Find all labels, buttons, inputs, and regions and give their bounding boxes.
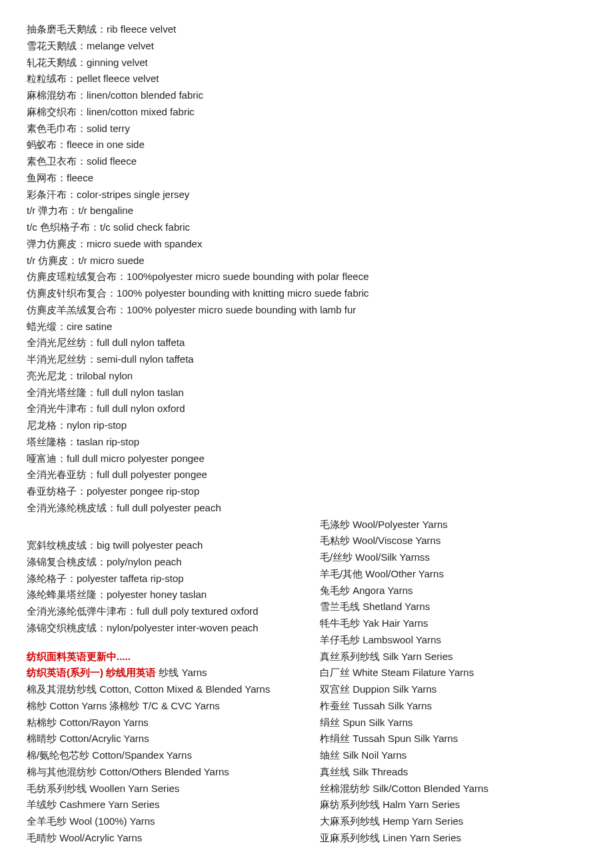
fabric-term-line: 全消光涤纶低弹牛津布：full dull poly textured oxfor… (27, 603, 293, 620)
left-tail-list: 宽斜纹桃皮绒：big twill polyester peach涤锦复合桃皮绒：… (27, 537, 293, 637)
yarn-term-line: 羊仔毛纱 Lambswool Yarns (320, 632, 586, 649)
yarn-term-line: 棉晴纱 Cotton/Acrylic Yarns (27, 731, 293, 747)
fabric-term-line: 全消光牛津布：full dull nylon oxford (27, 401, 586, 417)
yarn-term-line: 绢丝 Spun Silk Yarns (320, 715, 586, 731)
yarn-term-line: 羊绒纱 Cashmere Yarn Series (27, 797, 293, 813)
fabric-term-line: 仿麂皮针织布复合：100% polyester bounding with kn… (27, 285, 586, 302)
yarn-term-line: 毛/丝纱 Wool/Silk Yarnss (320, 549, 586, 566)
yarn-term-line: 毛晴纱 Wool/Acrylic Yarns (27, 830, 293, 847)
fabric-term-line: 涤纶蜂巢塔丝隆：polyester honey taslan (27, 587, 293, 603)
yarn-term-line: 双宫丝 Duppion Silk Yarns (320, 681, 586, 698)
right-column: 毛涤纱 Wool/Polyester Yarns毛粘纱 Wool/Viscose… (320, 517, 586, 847)
fabric-term-line: 哑富迪：full dull micro polyester pongee (27, 451, 586, 467)
fabric-term-line: 塔丝隆格：taslan rip-stop (27, 434, 586, 451)
yarn-term-line: 麻纺系列纱线 Halm Yarn Series (320, 797, 586, 813)
fabric-term-line: 彩条汗布：color-stripes single jersey (27, 187, 586, 203)
yarn-term-line: 丝棉混纺纱 Silk/Cotton Blended Yarns (320, 781, 586, 797)
series-heading: 纺织英语(系列一) 纱线用英语 纱线 Yarns (27, 665, 293, 681)
yarn-term-line: 棉/氨纶包芯纱 Cotton/Spandex Yarns (27, 747, 293, 764)
yarn-term-line: 大麻系列纱线 Hemp Yarn Series (320, 813, 586, 830)
two-column-section: 宽斜纹桃皮绒：big twill polyester peach涤锦复合桃皮绒：… (27, 517, 586, 847)
series-heading-red: 纺织英语(系列一) 纱线用英语 (27, 667, 156, 678)
fabric-term-line: 涤纶格子：polyester taffeta rip-stop (27, 571, 293, 587)
fabric-term-line: 亮光尼龙：trilobal nylon (27, 368, 586, 385)
yarn-term-line: 雪兰毛线 Shetland Yarns (320, 599, 586, 615)
fabric-term-line: 素色毛巾布：solid terry (27, 121, 586, 137)
yarn-term-line: 牦牛毛纱 Yak Hair Yarns (320, 615, 586, 632)
fabric-term-line: 涤锦复合桃皮绒：poly/nylon peach (27, 554, 293, 571)
fabric-term-line: t/r 仿麂皮：t/r micro suede (27, 253, 586, 269)
series-heading-black: 纱线 Yarns (156, 667, 207, 678)
yarn-term-line: 棉及其混纺纱线 Cotton, Cotton Mixed & Blended Y… (27, 681, 293, 698)
fabric-term-line: 粒粒绒布：pellet fleece velvet (27, 71, 586, 87)
yarn-term-line: 䌷丝 Silk Noil Yarns (320, 747, 586, 764)
fabric-term-line: 涤锦交织桃皮绒：nylon/polyester inter-woven peac… (27, 620, 293, 637)
fabric-term-line: 素色卫衣布：solid fleece (27, 153, 586, 170)
fabric-term-line: 蚂蚁布：fleece in one side (27, 137, 586, 153)
yarn-term-line: 棉纱 Cotton Yarns 涤棉纱 T/C & CVC Yarns (27, 698, 293, 715)
fabric-term-line: 鱼网布：fleece (27, 170, 586, 187)
left-column: 宽斜纹桃皮绒：big twill polyester peach涤锦复合桃皮绒：… (27, 537, 293, 847)
fabric-term-line: 全消光尼丝纺：full dull nylon taffeta (27, 335, 586, 351)
yarn-term-line: 柞绢丝 Tussah Spun Silk Yarns (320, 731, 586, 747)
yarn-term-line: 粘棉纱 Cotton/Rayon Yarns (27, 715, 293, 731)
fabric-term-line: 春亚纺格子：polyester pongee rip-stop (27, 483, 586, 500)
fabric-term-line: 雪花天鹅绒：melange velvet (27, 38, 586, 55)
fabric-term-line: 尼龙格：nylon rip-stop (27, 417, 586, 434)
yarn-term-line: 柞蚕丝 Tussah Silk Yarns (320, 698, 586, 715)
update-heading: 纺织面料英语更新中..... (27, 649, 293, 665)
fabric-term-line: 全消光塔丝隆：full dull nylon taslan (27, 385, 586, 401)
fabric-term-line: 仿麂皮瑶粒绒复合布：100%polyester micro suede boun… (27, 269, 586, 285)
yarn-term-line: 棉与其他混纺纱 Cotton/Others Blended Yarns (27, 764, 293, 781)
yarn-term-line: 毛涤纱 Wool/Polyester Yarns (320, 517, 586, 533)
yarn-term-line: 真丝线 Silk Threads (320, 764, 586, 781)
fabric-term-line: 半消光尼丝纺：semi-dull nylon taffeta (27, 351, 586, 368)
fabric-term-line: 宽斜纹桃皮绒：big twill polyester peach (27, 537, 293, 554)
fabric-term-line: 全消光涤纶桃皮绒：full dull polyester peach (27, 500, 586, 517)
right-column-list: 毛涤纱 Wool/Polyester Yarns毛粘纱 Wool/Viscose… (320, 517, 586, 847)
yarn-term-line: 毛纺系列纱线 Woollen Yarn Series (27, 781, 293, 797)
fabric-term-line: 仿麂皮羊羔绒复合布：100% polyester micro suede bou… (27, 302, 586, 319)
left-bottom-list: 棉及其混纺纱线 Cotton, Cotton Mixed & Blended Y… (27, 681, 293, 847)
yarn-term-line: 羊毛/其他 Wool/Other Yarns (320, 566, 586, 583)
fabric-term-line: 麻棉混纺布：linen/cotton blended fabric (27, 87, 586, 104)
yarn-term-line: 亚麻系列纱线 Linen Yarn Series (320, 830, 586, 847)
yarn-term-line: 兔毛纱 Angora Yarns (320, 583, 586, 599)
fabric-term-line: 轧花天鹅绒：ginning velvet (27, 55, 586, 71)
fabric-term-line: t/c 色织格子布：t/c solid check fabric (27, 219, 586, 236)
yarn-term-line: 真丝系列纱线 Silk Yarn Series (320, 649, 586, 665)
fabric-terms-list: 抽条磨毛天鹅绒：rib fleece velvet雪花天鹅绒：melange v… (27, 21, 586, 517)
fabric-term-line: 麻棉交织布：linen/cotton mixed fabric (27, 104, 586, 121)
fabric-term-line: 蜡光缎：cire satine (27, 319, 586, 335)
fabric-term-line: 抽条磨毛天鹅绒：rib fleece velvet (27, 21, 586, 38)
fabric-term-line: t/r 弹力布：t/r bengaline (27, 203, 586, 219)
fabric-term-line: 全消光春亚纺：full dull polyester pongee (27, 467, 586, 483)
yarn-term-line: 白厂丝 White Steam Filature Yarns (320, 665, 586, 681)
fabric-term-line: 弹力仿麂皮：micro suede with spandex (27, 236, 586, 253)
yarn-term-line: 毛粘纱 Wool/Viscose Yarns (320, 533, 586, 549)
yarn-term-line: 全羊毛纱 Wool (100%) Yarns (27, 813, 293, 830)
